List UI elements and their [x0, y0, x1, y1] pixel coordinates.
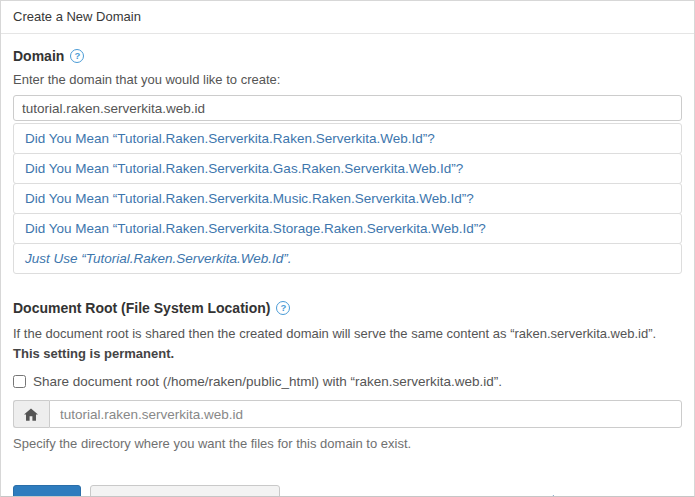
- return-to-domains-link[interactable]: Return To Domains: [548, 493, 682, 497]
- panel-title: Create a New Domain: [1, 1, 694, 34]
- footer-buttons: Submit Submit And Create Another: [13, 485, 280, 497]
- domain-label-row: Domain ?: [13, 48, 682, 64]
- docroot-label: Document Root (File System Location): [13, 300, 270, 316]
- suggestion-item[interactable]: Did You Mean “Tutorial.Raken.Serverkita.…: [13, 213, 682, 244]
- domain-label: Domain: [13, 48, 64, 64]
- suggestion-item[interactable]: Did You Mean “Tutorial.Raken.Serverkita.…: [13, 153, 682, 184]
- docroot-input[interactable]: [49, 400, 682, 428]
- share-docroot-checkbox[interactable]: [13, 375, 26, 388]
- docroot-input-group: [13, 400, 682, 428]
- share-docroot-row: Share document root (/home/raken/public_…: [13, 374, 682, 389]
- docroot-description: If the document root is shared then the …: [13, 324, 673, 363]
- docroot-description-normal: If the document root is shared then the …: [13, 326, 656, 341]
- docroot-section: Document Root (File System Location) ? I…: [13, 300, 682, 451]
- home-icon: [13, 400, 49, 428]
- return-to-domains-label: Return To Domains: [567, 493, 682, 497]
- suggestion-item[interactable]: Did You Mean “Tutorial.Raken.Serverkita.…: [13, 183, 682, 214]
- panel-body: Domain ? Enter the domain that you would…: [1, 34, 694, 497]
- suggestion-item-just-use[interactable]: Just Use “Tutorial.Raken.Serverkita.Web.…: [13, 243, 682, 274]
- help-icon[interactable]: ?: [70, 49, 84, 63]
- submit-and-create-another-button[interactable]: Submit And Create Another: [90, 485, 280, 497]
- docroot-help-text: Specify the directory where you want the…: [13, 436, 682, 451]
- domain-instruction: Enter the domain that you would like to …: [13, 72, 682, 87]
- create-domain-panel: Create a New Domain Domain ? Enter the d…: [0, 0, 695, 497]
- domain-suggestions: Did You Mean “Tutorial.Raken.Serverkita.…: [13, 123, 682, 274]
- domain-input[interactable]: [13, 95, 682, 121]
- share-docroot-label: Share document root (/home/raken/public_…: [33, 374, 502, 389]
- help-icon[interactable]: ?: [276, 301, 290, 315]
- submit-button[interactable]: Submit: [13, 485, 81, 497]
- docroot-label-row: Document Root (File System Location) ?: [13, 300, 682, 316]
- docroot-description-bold: This setting is permanent.: [13, 346, 174, 361]
- suggestion-item[interactable]: Did You Mean “Tutorial.Raken.Serverkita.…: [13, 123, 682, 154]
- footer-row: Submit Submit And Create Another Return …: [13, 485, 682, 497]
